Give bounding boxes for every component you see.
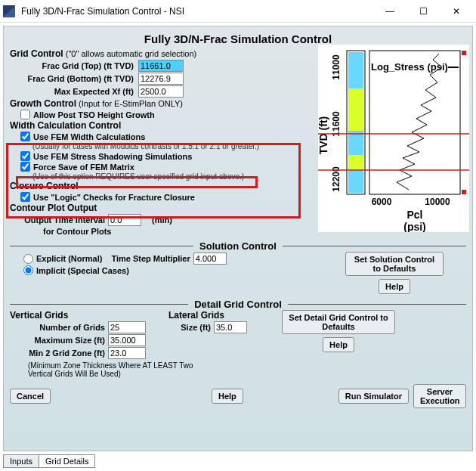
chart-xlabel-1: Pcl [406, 209, 422, 221]
num-grids-input[interactable] [108, 321, 146, 333]
grid-control-note: ("0" allows automatic grid selection) [66, 49, 197, 58]
tabs: Inputs Grid Details [3, 454, 94, 468]
solution-heading-row: Solution Control [10, 240, 466, 252]
svg-rect-3 [348, 131, 363, 155]
grid-control-heading: Grid Control [10, 48, 63, 59]
app-icon [3, 5, 15, 17]
svg-rect-2 [348, 88, 363, 131]
cancel-button[interactable]: Cancel [10, 389, 51, 404]
svg-rect-9 [462, 190, 466, 194]
detail-hint: (Minimum Zone Thickness Where AT LEAST T… [28, 361, 194, 378]
use-fem-width-checkbox[interactable] [20, 132, 30, 141]
titlebar: Fully 3D/N-Frac Simulation Control - NSI… [0, 0, 476, 23]
width-control-heading: Width Calculation Control [10, 120, 121, 131]
solution-help-button[interactable]: Help [379, 279, 410, 294]
use-logic-checkbox[interactable] [20, 192, 30, 202]
svg-rect-5 [348, 170, 363, 193]
run-simulator-button[interactable]: Run Simulator [338, 389, 409, 404]
detail-help-button[interactable]: Help [323, 337, 354, 352]
max-xf-label: Max Expected Xf (ft) [10, 87, 138, 96]
close-button[interactable]: ✕ [440, 1, 473, 22]
minimize-button[interactable]: — [373, 1, 406, 22]
maximize-button[interactable]: ☐ [406, 1, 440, 22]
use-fem-width-label: Use FEM Width Calculations [33, 132, 145, 141]
solution-heading: Solution Control [193, 240, 283, 252]
tsm-label: Time Step Multiplier [111, 254, 190, 263]
frac-bottom-input[interactable] [138, 73, 184, 85]
set-detail-defaults-button[interactable]: Set Detail Grid Control to Defaults [282, 310, 395, 334]
page-title: Fully 3D/N-Frac Simulation Control [10, 33, 466, 45]
max-size-label: Maximum Size (ft) [10, 336, 108, 345]
frac-bottom-label: Frac Grid (Bottom) (ft TVD) [10, 74, 138, 83]
window-title: Fully 3D/N-Frac Simulation Control - NSI [21, 6, 373, 17]
frac-top-input[interactable] [138, 60, 184, 72]
contour-heading: Contour Plot Output [10, 203, 97, 213]
allow-tso-label: Allow Post TSO Height Growth [33, 110, 155, 119]
detail-heading: Detail Grid Control [188, 299, 288, 310]
set-solution-defaults-button[interactable]: Set Solution Control to Defaults [345, 252, 444, 276]
bottom-buttons: Cancel Help Run Simulator Server Executi… [10, 384, 466, 408]
vert-heading: Vertical Grids [10, 310, 168, 321]
contour-unit: (min) [152, 215, 172, 225]
num-grids-label: Number of Grids [10, 323, 108, 332]
contour-label: Output Time Interval [10, 215, 108, 225]
help-button[interactable]: Help [212, 389, 243, 404]
server-execution-button[interactable]: Server Execution [413, 384, 466, 408]
chart-xlabel-2: (psi) [403, 221, 426, 232]
xtick-1: 10000 [425, 197, 450, 207]
explicit-radio[interactable] [23, 254, 33, 264]
min2-input[interactable] [108, 347, 146, 359]
tab-inputs[interactable]: Inputs [3, 454, 39, 468]
ytick-0: 11000 [331, 54, 342, 80]
lat-size-input[interactable] [214, 321, 247, 333]
lat-heading: Lateral Grids [168, 310, 282, 321]
use-logic-label: Use "Logic" Checks for Fracture Closure [33, 193, 195, 202]
log-chart-svg: TVD (ft) 11000 11600 12200 Log_Stress (p… [318, 45, 469, 232]
growth-control-note: (Input for E-StimPlan ONLY) [79, 99, 183, 108]
growth-control-heading: Growth Control [10, 98, 76, 109]
use-fem-stress-checkbox[interactable] [20, 151, 30, 161]
explicit-label: Explicit (Normal) [36, 254, 102, 263]
svg-rect-4 [348, 155, 363, 170]
force-save-checkbox[interactable] [20, 162, 30, 172]
use-fem-stress-label: Use FEM Stress Shadowing Simulations [33, 152, 192, 161]
lat-size-label: Size (ft) [168, 323, 214, 332]
log-chart-panel: TVD (ft) 11000 11600 12200 Log_Stress (p… [318, 45, 469, 232]
allow-tso-checkbox[interactable] [20, 110, 30, 119]
ytick-1: 11600 [331, 111, 342, 137]
tab-grid-details[interactable]: Grid Details [39, 454, 95, 468]
svg-rect-8 [462, 51, 466, 55]
svg-rect-1 [348, 52, 363, 88]
window-body: Fully 3D/N-Frac Simulation Control Grid … [3, 26, 473, 451]
chart-ylabel: TVD (ft) [318, 116, 329, 155]
detail-body: Vertical Grids Number of Grids Maximum S… [10, 310, 466, 360]
contour-input[interactable] [108, 214, 141, 226]
frac-top-label: Frac Grid (Top) (ft TVD) [10, 61, 138, 70]
implicit-radio[interactable] [23, 265, 33, 275]
solution-body: Explicit (Normal) Time Step Multiplier I… [10, 252, 466, 294]
min2-label: Min 2 Grid Zone (ft) [10, 349, 108, 358]
tsm-input[interactable] [193, 253, 227, 265]
detail-heading-row: Detail Grid Control [10, 299, 466, 310]
max-size-input[interactable] [108, 334, 146, 346]
max-xf-input[interactable] [138, 85, 184, 98]
implicit-label: Implicit (Special Cases) [36, 266, 129, 275]
xtick-0: 6000 [372, 197, 392, 207]
closure-control-heading: Closure Control [10, 181, 79, 191]
force-save-label: Force Save of FEM Matrix [33, 163, 134, 172]
